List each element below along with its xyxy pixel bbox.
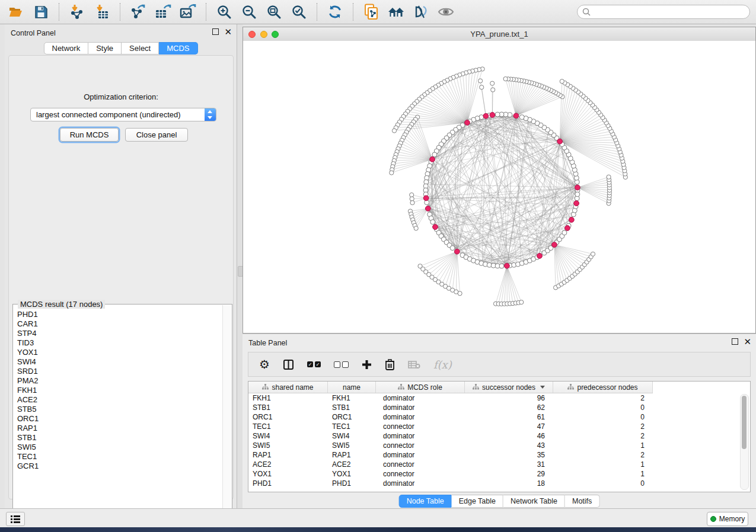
mcds-result-item[interactable]: RAP1 (17, 424, 223, 433)
mcds-result-item[interactable]: CAR1 (17, 319, 223, 329)
mcds-result-scrollbar[interactable] (222, 305, 231, 523)
mcds-result-item[interactable]: SRD1 (17, 367, 223, 376)
list-icon (11, 515, 20, 523)
mcds-result-item[interactable]: SWI5 (17, 443, 223, 452)
tab-style[interactable]: Style (88, 42, 122, 55)
table-cell: ACE2 (328, 460, 376, 469)
refresh-icon[interactable] (325, 2, 345, 21)
table-row[interactable]: YOX1YOX1connector291 (248, 469, 750, 479)
mcds-result-item[interactable]: PMA2 (17, 376, 223, 386)
tab-network-table[interactable]: Network Table (503, 495, 565, 508)
import-network-icon[interactable] (67, 2, 87, 21)
hide-selected-icon[interactable] (411, 2, 431, 21)
create-column-plus-icon[interactable] (362, 360, 372, 370)
memory-label: Memory (719, 515, 745, 523)
export-network-icon[interactable] (128, 2, 148, 21)
column-header-successor-nodes[interactable]: successor nodes (465, 382, 553, 393)
table-row[interactable]: SWI4SWI4dominator462 (248, 431, 750, 441)
node-table-header: shared namenameMCDS rolesuccessor nodesp… (248, 382, 653, 393)
table-row[interactable]: PHD1PHD1dominator180 (248, 479, 750, 488)
tab-node-table[interactable]: Node Table (399, 495, 452, 508)
search-input[interactable] (594, 7, 745, 17)
column-header-MCDS-role[interactable]: MCDS role (376, 382, 465, 393)
column-label: successor nodes (482, 383, 535, 392)
import-table-icon[interactable] (92, 2, 112, 21)
column-header-shared-name[interactable]: shared name (248, 382, 328, 393)
table-row[interactable]: STB1STB1dominator620 (248, 403, 750, 412)
table-cell: dominator (376, 432, 465, 440)
memory-button[interactable]: Memory (707, 512, 748, 526)
table-row[interactable]: TEC1TEC1connector472 (248, 422, 750, 431)
export-table-icon[interactable] (153, 2, 173, 21)
show-panels-list-button[interactable] (6, 512, 25, 526)
run-mcds-button[interactable]: Run MCDS (60, 128, 119, 142)
table-cell: 29 (465, 470, 553, 478)
mcds-result-item[interactable]: GCR1 (17, 462, 223, 471)
criterion-dropdown[interactable]: largest connected component (undirected) (30, 108, 216, 121)
delete-columns-trash-icon[interactable] (385, 359, 395, 370)
open-file-icon[interactable] (6, 2, 26, 21)
table-cell: TEC1 (328, 422, 376, 431)
toolbar-separator (120, 3, 120, 21)
control-panel-tabs: NetworkStyleSelectMCDS (43, 42, 197, 55)
zoom-in-icon[interactable] (214, 2, 234, 21)
table-scrollbar[interactable] (740, 394, 749, 490)
column-label: MCDS role (407, 383, 442, 392)
column-header-name[interactable]: name (328, 382, 376, 393)
column-menu-chevron-icon[interactable] (540, 386, 545, 389)
close-panel-icon[interactable]: ✕ (744, 338, 751, 345)
mcds-result-item[interactable]: FKH1 (17, 386, 223, 395)
save-session-icon[interactable] (31, 2, 51, 21)
table-settings-gear-icon[interactable]: ⚙ (259, 358, 270, 370)
zoom-out-icon[interactable] (239, 2, 259, 21)
search-box[interactable] (577, 5, 750, 19)
first-neighbors-icon[interactable] (386, 2, 406, 21)
table-scrollbar-thumb[interactable] (742, 396, 747, 449)
mcds-result-item[interactable]: PHD1 (17, 310, 223, 319)
table-row[interactable]: FKH1FKH1dominator962 (248, 393, 750, 403)
export-image-icon[interactable] (178, 2, 198, 21)
tab-mcds[interactable]: MCDS (159, 42, 197, 55)
close-panel-button[interactable]: Close panel (125, 128, 188, 142)
network-canvas[interactable] (243, 41, 755, 333)
float-panel-icon[interactable] (732, 338, 738, 345)
mcds-result-item[interactable]: STP4 (17, 329, 223, 338)
table-cell: 31 (465, 460, 553, 469)
mcds-result-item[interactable]: YOX1 (17, 348, 223, 357)
zoom-selected-icon[interactable] (289, 2, 309, 21)
mcds-result-item[interactable]: ACE2 (17, 395, 223, 405)
show-all-icon[interactable] (436, 2, 456, 21)
tab-network[interactable]: Network (43, 42, 88, 55)
network-window-titlebar[interactable]: YPA_prune.txt_1 (243, 27, 755, 41)
mcds-result-item[interactable]: STB5 (17, 405, 223, 414)
zoom-fit-icon[interactable] (264, 2, 284, 21)
close-panel-icon[interactable]: ✕ (224, 28, 232, 35)
table-row[interactable]: ORC1ORC1dominator610 (248, 412, 750, 422)
mcds-result-item[interactable]: TID3 (17, 338, 223, 348)
float-panel-icon[interactable] (212, 28, 219, 35)
tab-edge-table[interactable]: Edge Table (452, 495, 503, 508)
mcds-result-item[interactable]: STB1 (17, 433, 223, 443)
table-row[interactable]: ACE2ACE2connector311 (248, 460, 750, 469)
table-cell: 18 (465, 479, 553, 488)
column-header-predecessor-nodes[interactable]: predecessor nodes (553, 382, 653, 393)
unselect-all-columns-icon[interactable] (334, 361, 349, 368)
table-row[interactable]: RAP1RAP1dominator352 (248, 450, 750, 460)
panel-splitter[interactable] (237, 24, 243, 508)
toolbar-separator (59, 3, 59, 21)
tab-motifs[interactable]: Motifs (565, 495, 599, 508)
table-cell: SWI4 (248, 432, 328, 440)
mcds-result-item[interactable]: TEC1 (17, 452, 223, 462)
table-cell: 2 (553, 422, 653, 431)
table-row[interactable]: SWI5SWI5connector431 (248, 441, 750, 450)
select-all-columns-icon[interactable]: ✓✓ (307, 361, 321, 367)
show-columns-icon[interactable] (283, 359, 294, 370)
table-cell: dominator (376, 403, 465, 412)
mcds-result-item[interactable]: ORC1 (17, 414, 223, 424)
table-cell: dominator (376, 394, 465, 402)
new-network-from-selection-icon[interactable] (361, 2, 381, 21)
table-cell: 62 (465, 403, 553, 412)
tab-select[interactable]: Select (122, 42, 159, 55)
table-cell: 43 (465, 441, 553, 450)
mcds-result-item[interactable]: SWI4 (17, 357, 223, 367)
